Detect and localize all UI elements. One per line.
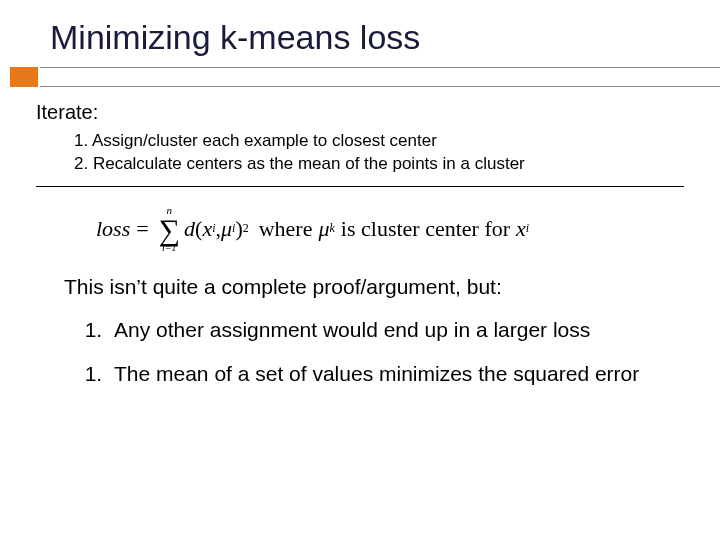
is-cluster-text: is cluster center for [341,216,510,242]
where-word: where [259,216,313,242]
slide-title: Minimizing k-means loss [0,0,720,67]
slide-content: Iterate: 1. Assign/cluster each example … [0,101,720,387]
rparen: ) [235,216,242,242]
accent-square [10,67,38,87]
argument-2: The mean of a set of values minimizes th… [108,361,684,387]
sigma-symbol: ∑ [159,216,180,243]
mu-var: μ [221,216,232,242]
sum-lower: i=1 [162,243,177,253]
mu2-var: μ [318,216,329,242]
mu2-sub: k [330,221,335,236]
argument-1: Any other assignment would end up in a l… [108,317,684,343]
loss-formula: loss = n ∑ i=1 d ( xi , μi )2 where μk i… [96,205,529,253]
iterate-label: Iterate: [36,101,684,124]
title-accent [0,67,720,87]
squared: 2 [243,221,249,236]
step-2: 2. Recalculate centers as the mean of th… [74,153,684,176]
accent-line [40,67,720,87]
x2-var: x [516,216,526,242]
sigma-icon: n ∑ i=1 [159,205,180,253]
iterate-steps: 1. Assign/cluster each example to closes… [36,130,684,176]
formula-block: loss = n ∑ i=1 d ( xi , μi )2 where μk i… [36,205,684,253]
x-var: x [202,216,212,242]
lead-text: This isn’t quite a complete proof/argume… [36,275,684,299]
argument-list: Any other assignment would end up in a l… [36,317,684,388]
loss-word: loss [96,216,130,242]
x2-sub: i [526,221,529,236]
d-func: d [184,216,195,242]
divider [36,186,684,187]
equals-sign: = [136,216,148,242]
step-1: 1. Assign/cluster each example to closes… [74,130,684,153]
